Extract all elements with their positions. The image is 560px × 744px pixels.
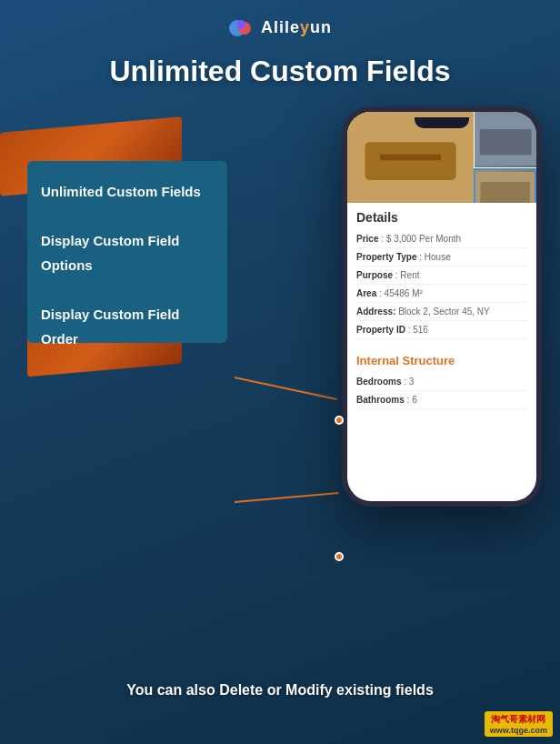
- indicator-dot-bottom: [335, 552, 344, 561]
- feature-item-3: Display Custom Field Order: [41, 302, 214, 351]
- phone-screen: Details Price : $ 3,000 Per Month Proper…: [347, 112, 536, 501]
- middle-section: Unlimited Custom Fields Display Custom F…: [0, 106, 560, 744]
- svg-point-2: [236, 20, 245, 29]
- details-section: Details Price : $ 3,000 Per Month Proper…: [347, 203, 536, 347]
- phone-side-images: [474, 112, 536, 203]
- svg-rect-10: [479, 129, 531, 155]
- detail-bedrooms: Bedrooms : 3: [356, 373, 527, 391]
- detail-address: Address: Block 2, Sector 45, NY: [356, 303, 527, 321]
- main-wrapper: Alileyun Unlimited Custom Fields Unlimit…: [0, 0, 560, 744]
- watermark: 淘气哥素材网 www.tqge.com: [485, 711, 553, 737]
- detail-property-id: Property ID : 516: [356, 321, 527, 339]
- details-title: Details: [356, 210, 527, 225]
- teal-info-box: Unlimited Custom Fields Display Custom F…: [27, 161, 227, 343]
- detail-property-type: Property Type : House: [356, 248, 527, 266]
- phone-small-image-1: [474, 112, 536, 168]
- feature-item-2: Display Custom Field Options: [41, 228, 214, 277]
- detail-price: Price : $ 3,000 Per Month: [356, 230, 527, 248]
- svg-rect-6: [361, 174, 368, 192]
- internal-section: Internal Structure Bedrooms : 3 Bathroom…: [347, 347, 536, 417]
- phone-small-image-2: [474, 168, 536, 203]
- svg-rect-7: [453, 174, 460, 192]
- teal-box-text: Unlimited Custom Fields Display Custom F…: [41, 179, 214, 351]
- watermark-line1: 淘气哥素材网: [490, 713, 547, 726]
- page-title: Unlimited Custom Fields: [109, 54, 450, 88]
- phone-mockup: Details Price : $ 3,000 Per Month Proper…: [342, 106, 542, 507]
- detail-purpose: Purpose : Rent: [356, 266, 527, 285]
- watermark-line2: www.tqge.com: [490, 726, 547, 735]
- connector-line-bottom: [235, 492, 339, 503]
- svg-rect-4: [356, 140, 465, 176]
- svg-rect-5: [365, 147, 455, 155]
- bottom-text: You can also Delete or Modify existing f…: [0, 682, 560, 699]
- internal-title: Internal Structure: [356, 354, 527, 367]
- phone-notch: [415, 117, 469, 128]
- connector-line-top: [235, 377, 337, 400]
- svg-rect-12: [480, 182, 529, 203]
- feature-item-1: Unlimited Custom Fields: [41, 179, 214, 204]
- logo-area: Alileyun: [228, 18, 332, 37]
- detail-bathrooms: Bathrooms : 6: [356, 391, 527, 409]
- logo-icon: [228, 19, 254, 37]
- detail-area: Area : 45486 M²: [356, 285, 527, 303]
- logo-text: Alileyun: [261, 18, 332, 37]
